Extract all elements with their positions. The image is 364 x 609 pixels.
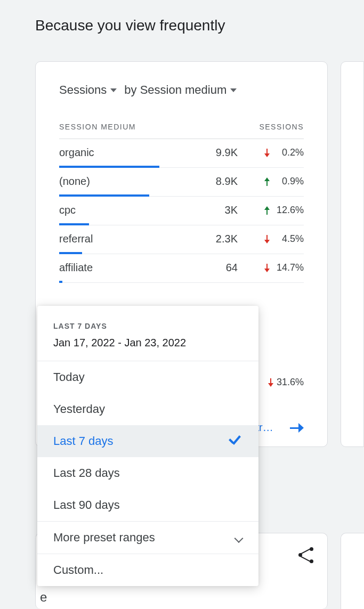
date-range-option-label: More preset ranges bbox=[53, 531, 155, 545]
arrow-down-icon bbox=[264, 235, 270, 243]
check-icon bbox=[229, 436, 242, 446]
table-row[interactable]: organic9.9K0.2% bbox=[59, 139, 304, 168]
date-range-option-label: Last 7 days bbox=[53, 434, 114, 448]
date-range-option-label: Last 90 days bbox=[53, 498, 120, 512]
row-delta-pct: 0.9% bbox=[273, 176, 304, 187]
metric-selector-label: Sessions bbox=[59, 83, 107, 97]
row-label: organic bbox=[59, 147, 199, 159]
obscured-delta-pct: 31.6% bbox=[277, 377, 304, 388]
row-sessions: 8.9K bbox=[199, 175, 238, 188]
caret-down-icon bbox=[230, 88, 237, 92]
adjacent-card-right-top bbox=[341, 61, 364, 447]
date-range-custom-label: Custom... bbox=[53, 563, 103, 577]
row-delta-pct: 14.7% bbox=[273, 262, 304, 273]
dimension-selector-label: by Session medium bbox=[124, 83, 227, 97]
chevron-down-icon bbox=[233, 532, 244, 543]
row-label: (none) bbox=[59, 175, 199, 188]
arrow-up-icon bbox=[264, 177, 270, 186]
dimension-selector[interactable]: by Session medium bbox=[124, 83, 237, 97]
date-range-option[interactable]: Yesterday bbox=[37, 393, 258, 425]
table-header: SESSION MEDIUM SESSIONS bbox=[59, 123, 304, 139]
date-range-header-label: LAST 7 DAYS bbox=[53, 322, 242, 330]
table-row[interactable]: referral2.3K4.5% bbox=[59, 225, 304, 254]
date-range-option[interactable]: Last 28 days bbox=[37, 457, 258, 489]
row-delta-pct: 0.2% bbox=[273, 147, 304, 158]
table-header-metric: SESSIONS bbox=[259, 123, 304, 131]
row-sessions: 3K bbox=[199, 204, 238, 216]
adjacent-card-right-bottom bbox=[341, 533, 364, 609]
row-delta: 0.2% bbox=[238, 147, 304, 158]
row-sessions: 2.3K bbox=[199, 233, 238, 245]
row-sessions: 9.9K bbox=[199, 147, 238, 159]
arrow-down-icon bbox=[264, 264, 270, 272]
row-delta: 4.5% bbox=[238, 233, 304, 245]
page-title: Because you view frequently bbox=[0, 0, 364, 34]
date-range-header: LAST 7 DAYS Jan 17, 2022 - Jan 23, 2022 bbox=[37, 306, 258, 361]
table-row[interactable]: (none)8.9K0.9% bbox=[59, 168, 304, 197]
row-delta: 14.7% bbox=[238, 262, 304, 273]
share-button[interactable] bbox=[298, 547, 313, 563]
date-range-dropdown: LAST 7 DAYS Jan 17, 2022 - Jan 23, 2022 … bbox=[37, 306, 258, 586]
table-row[interactable]: cpc3K12.6% bbox=[59, 197, 304, 225]
date-range-option[interactable]: Last 90 days bbox=[37, 489, 258, 521]
caret-down-icon bbox=[110, 88, 117, 92]
table-header-dim: SESSION MEDIUM bbox=[59, 123, 136, 131]
peek-text: e bbox=[40, 590, 47, 605]
date-range-option-label: Last 28 days bbox=[53, 466, 120, 480]
date-range-header-range: Jan 17, 2022 - Jan 23, 2022 bbox=[53, 337, 242, 349]
date-range-option[interactable]: Last 7 days bbox=[37, 425, 258, 457]
date-range-option[interactable]: More preset ranges bbox=[37, 522, 258, 554]
row-label: affiliate bbox=[59, 262, 199, 274]
arrow-down-icon bbox=[268, 378, 273, 387]
arrow-right-icon[interactable] bbox=[290, 423, 304, 433]
date-range-custom[interactable]: Custom... bbox=[37, 554, 258, 586]
row-delta: 12.6% bbox=[238, 205, 304, 216]
row-label: referral bbox=[59, 233, 199, 245]
row-delta: 0.9% bbox=[238, 176, 304, 187]
row-bar bbox=[59, 281, 62, 283]
share-icon bbox=[298, 547, 313, 563]
row-delta-pct: 4.5% bbox=[273, 233, 304, 245]
row-label: cpc bbox=[59, 204, 199, 216]
date-range-option-label: Yesterday bbox=[53, 402, 105, 416]
date-range-option-label: Today bbox=[53, 370, 85, 384]
arrow-down-icon bbox=[264, 149, 270, 157]
metric-selector[interactable]: Sessions bbox=[59, 83, 117, 97]
arrow-up-icon bbox=[264, 206, 270, 215]
row-sessions: 64 bbox=[199, 262, 238, 274]
row-delta-pct: 12.6% bbox=[273, 205, 304, 216]
obscured-row-delta: 31.6% bbox=[268, 377, 304, 388]
table-row[interactable]: affiliate6414.7% bbox=[59, 254, 304, 283]
date-range-option[interactable]: Today bbox=[37, 361, 258, 393]
